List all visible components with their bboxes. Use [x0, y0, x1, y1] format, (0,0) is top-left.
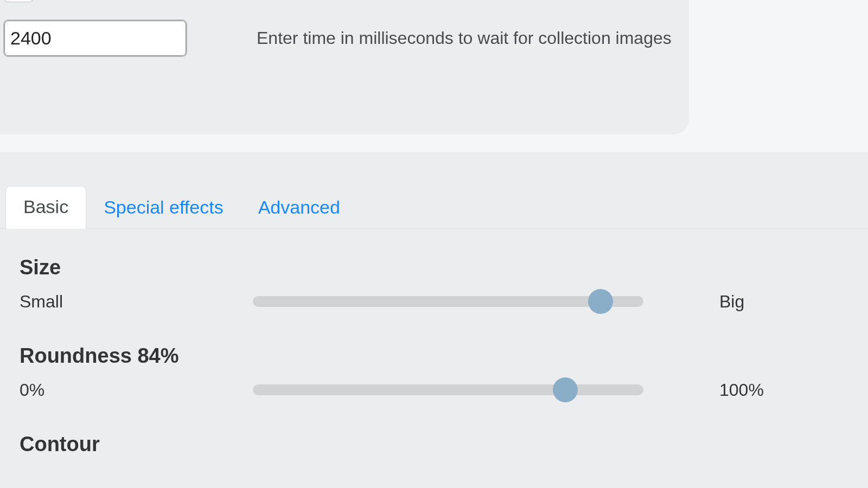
wait-time-input[interactable] [4, 21, 186, 56]
tab-basic[interactable]: Basic [5, 186, 86, 229]
roundness-max-label: 100% [643, 380, 757, 400]
settings-panel: Basic Special effects Advanced Size Smal… [0, 153, 868, 488]
basic-tab-content: Size Small Big Roundness 84% 0% 100% Con… [0, 229, 868, 456]
roundness-slider[interactable] [253, 377, 643, 402]
tabs-container: Basic Special effects Advanced [0, 153, 868, 229]
section-divider [0, 134, 868, 153]
roundness-slider-track [253, 384, 643, 395]
tab-special-effects[interactable]: Special effects [86, 187, 241, 229]
partial-box-above [4, 0, 33, 2]
size-min-label: Small [20, 292, 253, 312]
roundness-min-label: 0% [20, 380, 253, 400]
contour-heading: Contour [20, 433, 848, 456]
tab-advanced[interactable]: Advanced [241, 187, 358, 229]
wait-time-description: Enter time in milliseconds to wait for c… [257, 28, 672, 48]
size-max-label: Big [643, 292, 757, 312]
roundness-slider-thumb[interactable] [553, 377, 578, 402]
size-slider-thumb[interactable] [588, 289, 613, 314]
size-slider[interactable] [253, 289, 643, 314]
timing-panel: Enter time in milliseconds to wait for c… [0, 0, 689, 134]
roundness-slider-row: 0% 100% [20, 377, 848, 402]
size-heading: Size [20, 256, 848, 279]
time-row: Enter time in milliseconds to wait for c… [0, 0, 689, 56]
tablist: Basic Special effects Advanced [5, 185, 868, 228]
roundness-heading: Roundness 84% [20, 344, 848, 368]
size-slider-row: Small Big [20, 289, 848, 314]
size-slider-track [253, 296, 643, 307]
